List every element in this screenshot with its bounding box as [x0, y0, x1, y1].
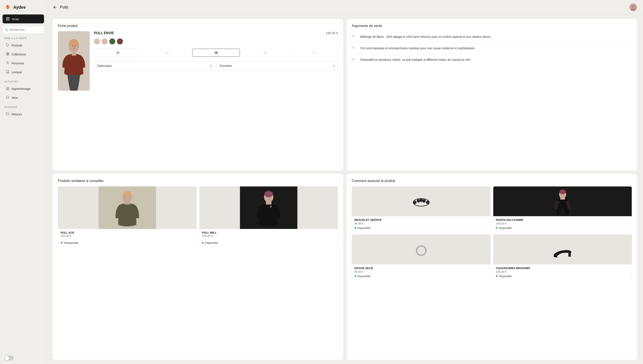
chaussures-img [493, 235, 632, 264]
aide-section-label: AIDE A LA VENTE [0, 37, 47, 41]
associate-chaussures[interactable]: CHAUSSURES BRAHAMS 325.00 € Disponible [493, 234, 632, 280]
similar-item-ace[interactable]: PULL ACE 165.00 € Indisponible [58, 186, 197, 246]
sidebar-item-retours[interactable]: Retours [2, 110, 45, 118]
associate-bague[interactable]: BAGUE ZELIE 95.00 € Disponible [352, 234, 491, 280]
search-input[interactable] [3, 26, 44, 34]
sizes-grid: 34 36 38 40 42 [94, 49, 338, 57]
similar-will-price: 225.00 € [202, 234, 335, 238]
argument-1-num: 01 [352, 34, 357, 39]
similar-grid: PULL ACE 165.00 € Indisponible [58, 186, 338, 246]
bracelet-svg [408, 191, 434, 212]
pantalon-price: 245.00 € [496, 222, 629, 225]
back-button[interactable] [53, 5, 57, 10]
toggle-container [0, 352, 47, 364]
bague-status-dot [354, 275, 356, 277]
chaussures-price: 325.00 € [496, 270, 629, 273]
size-42[interactable]: 42 [291, 49, 338, 57]
pantalon-svg [550, 188, 575, 215]
scan-label: Scan [12, 17, 19, 21]
avatar[interactable] [629, 4, 637, 11]
personas-icon [6, 61, 9, 66]
swatch-green[interactable] [109, 38, 115, 44]
svg-point-11 [7, 62, 8, 63]
size-40[interactable]: 40 [242, 49, 289, 57]
swatch-pink[interactable] [102, 38, 108, 44]
sidebar-item-personas[interactable]: Personas [2, 59, 45, 68]
bracelet-info: BRACELET ZEPHYR 95.00 € Disponible [352, 216, 490, 232]
svg-point-36 [426, 201, 429, 204]
personas-label: Personas [12, 62, 24, 65]
similar-img-will [199, 186, 338, 229]
svg-rect-29 [266, 201, 272, 204]
argument-1: 01 Mélange de fibres : 25% alpaga et 10%… [352, 31, 632, 43]
sidebar-item-lexique[interactable]: Lexique [2, 68, 45, 76]
svg-point-41 [416, 246, 426, 255]
echange-group: ECHANGE Retours [0, 106, 47, 119]
sidebar-item-apprentissage[interactable]: Apprentissage [2, 84, 45, 93]
similar-ace-name: PULL ACE [61, 231, 194, 234]
bague-status: Disponible [354, 274, 488, 278]
svg-rect-43 [568, 256, 571, 257]
svg-point-21 [75, 45, 76, 46]
toggle-switch[interactable] [4, 356, 14, 360]
product-image [58, 31, 90, 91]
produits-label: Produits [12, 44, 22, 47]
associate-pantalon[interactable]: PANTALON CASIMIR 245.00 € Disponible [493, 186, 632, 232]
argument-2-num: 02 [352, 46, 357, 50]
header: Pulls [47, 0, 643, 15]
chaussures-status-label: Disponible [499, 274, 512, 278]
associate-grid: BRACELET ZEPHYR 95.00 € Disponible [352, 186, 632, 280]
chaussures-info: CHAUSSURES BRAHAMS 325.00 € Disponible [493, 264, 632, 280]
avatar-image [629, 4, 637, 11]
similar-item-will[interactable]: PULL WILL 225.00 € Disponible [199, 186, 338, 246]
entretien-plus: + [333, 64, 335, 68]
activites-group: ACTIVITÉS Apprentissage Jeux [0, 80, 47, 102]
associate-bracelet[interactable]: BRACELET ZEPHYR 95.00 € Disponible [352, 186, 491, 232]
svg-rect-2 [8, 18, 9, 18]
sidebar-item-collections[interactable]: Collections [2, 50, 45, 58]
svg-point-20 [72, 45, 73, 46]
lexique-icon [6, 70, 9, 74]
svg-rect-42 [568, 252, 571, 256]
search-container: 🔍 [3, 26, 44, 34]
pantalon-info: PANTALON CASIMIR 245.00 € Disponible [493, 216, 632, 232]
argument-3-text: Disponible en plusieurs coloris, ce pull… [360, 58, 471, 62]
fabrication-button[interactable]: Fabrication + [94, 61, 215, 71]
ace-status-dot [61, 242, 62, 244]
svg-point-14 [632, 5, 635, 8]
retours-icon [6, 112, 9, 116]
jeux-icon [6, 96, 9, 100]
sidebar-item-produits[interactable]: Produits [2, 41, 45, 50]
entretien-button[interactable]: Entretien + [217, 61, 338, 71]
svg-point-32 [413, 201, 416, 204]
bracelet-name: BRACELET ZEPHYR [354, 218, 488, 222]
collections-label: Collections [12, 53, 26, 56]
similar-card: Produits similaires à conseiller [53, 174, 343, 360]
size-34[interactable]: 34 [94, 49, 141, 57]
argument-3: 03 Disponible en plusieurs coloris, ce p… [352, 54, 632, 66]
svg-point-24 [123, 191, 132, 197]
svg-point-35 [422, 199, 426, 202]
swatch-beige[interactable] [94, 38, 100, 44]
size-38[interactable]: 38 [192, 49, 240, 57]
associate-card: Comment associer le produit [347, 174, 637, 360]
chaussures-name: CHAUSSURES BRAHAMS [496, 266, 629, 270]
pantalon-status-dot [496, 227, 498, 229]
svg-point-18 [69, 39, 78, 47]
retours-label: Retours [12, 112, 22, 116]
size-36[interactable]: 36 [143, 49, 190, 57]
argument-2-text: Col rond classique et emmanchures martea… [360, 46, 475, 50]
color-swatches [94, 38, 338, 44]
sidebar-item-jeux[interactable]: Jeux [2, 94, 45, 102]
scan-button[interactable]: Scan [3, 14, 44, 23]
produits-icon [6, 43, 9, 48]
similar-ace-price: 165.00 € [61, 234, 194, 238]
scan-icon [6, 17, 10, 21]
bague-name: BAGUE ZELIE [354, 266, 488, 270]
apprentissage-icon [6, 87, 9, 91]
product-name: PULL ENVIE [94, 31, 114, 35]
swatch-brown[interactable] [117, 38, 123, 44]
product-image-svg [58, 31, 90, 91]
aide-group: AIDE A LA VENTE Produits Collections Per… [0, 37, 47, 77]
apprentissage-label: Apprentissage [12, 87, 31, 90]
